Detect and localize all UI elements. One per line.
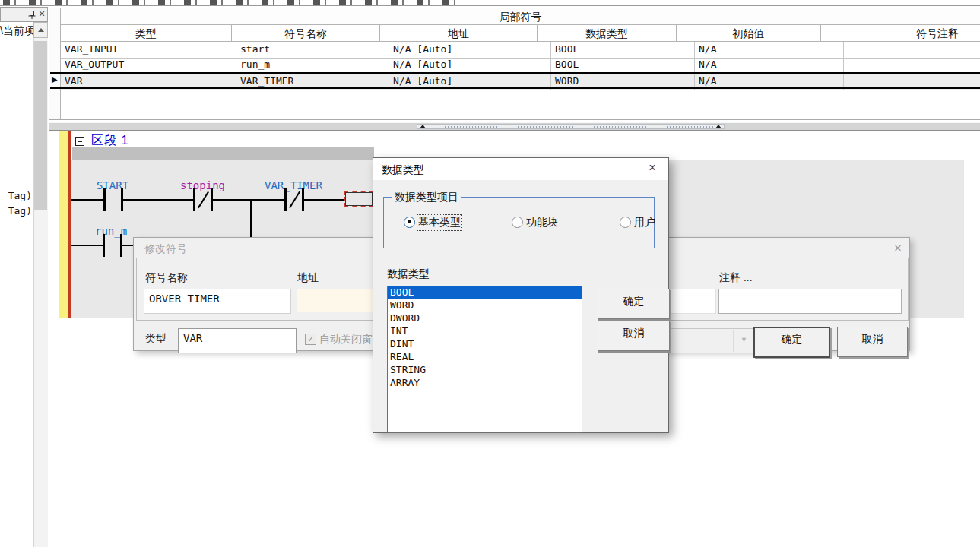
contact-run-m[interactable] xyxy=(103,234,122,257)
panel-header: × xyxy=(0,7,48,22)
table-row[interactable]: VAR_OUTPUT run_m N/A [Auto] BOOL N/A xyxy=(61,57,980,72)
column-header-datatype[interactable]: 数据类型 xyxy=(538,25,677,42)
cancel-button[interactable]: 取消 xyxy=(837,327,908,357)
column-header-address[interactable]: 地址 xyxy=(380,25,538,42)
list-item[interactable]: WORD xyxy=(388,299,582,312)
cancel-button[interactable]: 取消 xyxy=(598,321,670,351)
tree-item-clipped[interactable]: Tag) xyxy=(0,190,32,204)
autoclose-checkbox-label: 自动关闭窗 xyxy=(319,333,373,346)
list-item[interactable]: DINT xyxy=(388,338,582,351)
row-selector-gutter xyxy=(49,8,61,119)
comment-combobox[interactable] xyxy=(718,289,902,314)
table-row-selected[interactable]: VAR VAR_TIMER N/A [Auto] WORD N/A xyxy=(61,74,980,87)
datatype-list-label: 数据类型 xyxy=(387,267,430,281)
radio-user-defined-label[interactable]: 用户自 xyxy=(634,216,655,229)
close-icon[interactable]: × xyxy=(894,241,902,256)
autoclose-checkbox[interactable]: ✓ xyxy=(305,334,316,345)
list-item[interactable]: INT xyxy=(388,325,582,338)
contact-var-timer[interactable] xyxy=(284,188,304,211)
chevron-up-icon xyxy=(38,28,44,32)
type-combobox[interactable]: VAR xyxy=(178,328,297,353)
pin-icon[interactable] xyxy=(28,10,36,20)
sidebar-tab-label[interactable]: \当前项 xyxy=(0,22,33,39)
ok-button[interactable]: 确定 xyxy=(598,289,670,319)
power-rail xyxy=(68,131,71,318)
chevron-down-icon: ▼ xyxy=(733,330,754,352)
splitter-handle[interactable] xyxy=(417,124,725,129)
table-title: 局部符号 xyxy=(61,8,980,25)
radio-basic-type-label[interactable]: 基本类型 xyxy=(418,216,461,229)
column-header-initial[interactable]: 初始值 xyxy=(677,25,821,42)
contact-stoping[interactable] xyxy=(193,188,213,211)
radio-basic-type[interactable] xyxy=(404,217,415,228)
network-title[interactable]: 区段 1 xyxy=(91,133,128,149)
collapse-up-icon[interactable] xyxy=(420,125,426,128)
tree-item-clipped[interactable]: Tag) xyxy=(0,205,32,219)
contact-start[interactable] xyxy=(103,188,123,211)
list-item[interactable]: REAL xyxy=(388,351,582,364)
name-field-label: 符号名称 xyxy=(145,271,188,285)
radio-user-defined[interactable] xyxy=(620,217,631,228)
datatype-item-groupbox: 数据类型项目 基本类型 功能块 用户自 xyxy=(383,197,655,248)
table-row[interactable]: VAR_INPUT start N/A [Auto] BOOL N/A xyxy=(61,42,980,57)
close-icon[interactable]: × xyxy=(642,161,662,177)
plc-editor-window: × \当前项 Tag) Tag) 局部符号 类型 符号名称 地址 数据类型 初始… xyxy=(0,0,980,547)
ok-button[interactable]: 确定 xyxy=(753,327,830,358)
collapse-up-icon[interactable] xyxy=(715,125,722,128)
scroll-up-button[interactable] xyxy=(33,22,48,38)
column-header-type[interactable]: 类型 xyxy=(61,25,232,42)
toolbar-icons-clipped xyxy=(3,0,459,5)
instruction-placement-box[interactable] xyxy=(344,191,374,207)
column-header-name[interactable]: 符号名称 xyxy=(232,25,380,42)
sidebar-scrollbar-thumb[interactable] xyxy=(34,41,47,210)
table-bottom-border xyxy=(49,119,980,120)
list-item[interactable]: ARRAY xyxy=(388,377,582,390)
radio-function-block[interactable] xyxy=(512,217,523,228)
type-field-label: 类型 xyxy=(145,332,167,346)
address-field-label: 地址 xyxy=(297,271,319,285)
close-icon[interactable]: × xyxy=(39,8,45,19)
list-item[interactable]: BOOL xyxy=(388,286,582,299)
selection-border xyxy=(50,87,980,89)
column-header-comment[interactable]: 符号注释 xyxy=(821,25,980,42)
collapse-minus-icon[interactable] xyxy=(75,137,84,146)
current-row-marker-icon: ▶ xyxy=(52,75,58,84)
list-item[interactable]: DWORD xyxy=(388,312,582,325)
radio-function-block-label[interactable]: 功能块 xyxy=(526,216,558,229)
dialog-title: 修改符号 xyxy=(144,242,187,256)
datatype-dialog: 数据类型 × 数据类型项目 基本类型 功能块 用户自 数据类型 BOOL WOR… xyxy=(373,157,669,433)
list-item[interactable]: STRING xyxy=(388,364,582,377)
network-margin-strip xyxy=(59,131,68,318)
comment-field-label: 注释 ... xyxy=(719,271,753,285)
datatype-listbox[interactable]: BOOL WORD DWORD INT DINT REAL STRING ARR… xyxy=(387,286,582,433)
toolbar-strip xyxy=(0,0,980,6)
dialog-titlebar[interactable]: 数据类型 × xyxy=(373,158,668,180)
dialog-title: 数据类型 xyxy=(382,163,424,177)
symbol-name-input[interactable]: ORVER_TIMER xyxy=(144,289,291,314)
groupbox-label: 数据类型项目 xyxy=(392,191,461,204)
